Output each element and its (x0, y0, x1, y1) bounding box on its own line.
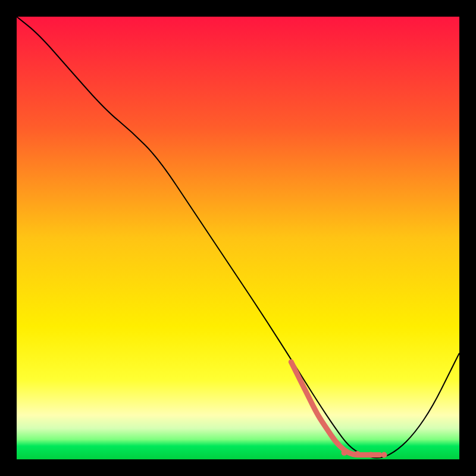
chart-frame: TheBottleneck.com (17, 17, 459, 459)
svg-point-3 (381, 452, 387, 458)
bottleneck-chart (17, 17, 459, 459)
gradient-background (17, 17, 459, 459)
svg-point-2 (368, 452, 374, 458)
svg-point-1 (355, 451, 361, 457)
svg-point-0 (342, 450, 347, 456)
